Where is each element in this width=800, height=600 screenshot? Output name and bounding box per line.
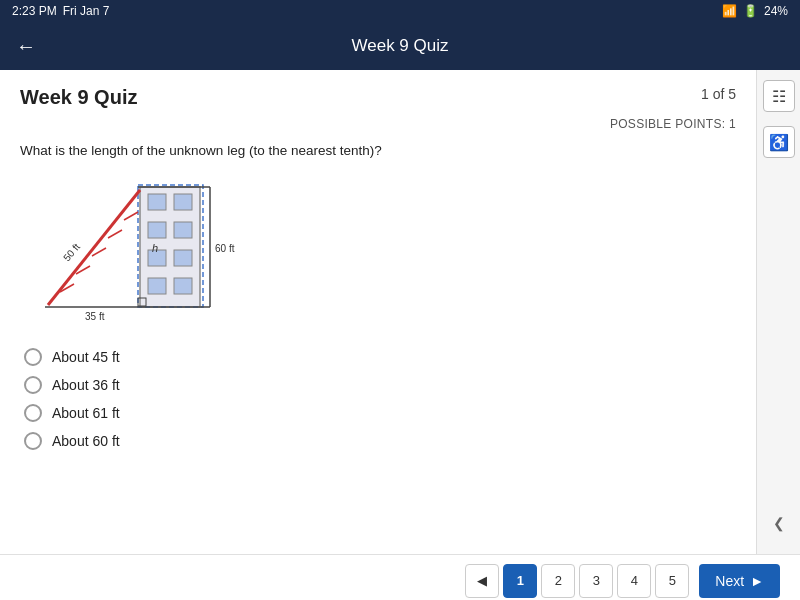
svg-line-17: [108, 230, 122, 238]
answer-choice-b[interactable]: About 36 ft: [24, 376, 736, 394]
pagination-area: ◀ 1 2 3 4 5 Next ►: [0, 554, 800, 600]
choice-label-a: About 45 ft: [52, 349, 120, 365]
quiz-header: Week 9 Quiz 1 of 5: [20, 86, 736, 109]
question-text: What is the length of the unknown leg (t…: [20, 143, 736, 158]
possible-points: POSSIBLE POINTS: 1: [20, 117, 736, 131]
svg-rect-3: [148, 222, 166, 238]
diagram-container: h 50 ft 60 ft 35 ft: [30, 172, 736, 332]
sidebar: ☷ ♿ ❮: [756, 70, 800, 554]
svg-rect-1: [148, 194, 166, 210]
list-icon: ☷: [772, 87, 786, 106]
page-button-3[interactable]: 3: [579, 564, 613, 598]
list-button[interactable]: ☷: [763, 80, 795, 112]
svg-text:35 ft: 35 ft: [85, 311, 105, 322]
radio-d[interactable]: [24, 432, 42, 450]
svg-text:50 ft: 50 ft: [61, 241, 82, 263]
prev-page-button[interactable]: ◀: [465, 564, 499, 598]
wifi-icon: 📶: [722, 4, 737, 18]
accessibility-icon: ♿: [769, 133, 789, 152]
answer-choice-c[interactable]: About 61 ft: [24, 404, 736, 422]
page-button-1[interactable]: 1: [503, 564, 537, 598]
page-indicator: 1 of 5: [701, 86, 736, 102]
next-label: Next: [715, 573, 744, 589]
radio-c[interactable]: [24, 404, 42, 422]
choice-label-b: About 36 ft: [52, 377, 120, 393]
choice-label-c: About 61 ft: [52, 405, 120, 421]
answer-choice-d[interactable]: About 60 ft: [24, 432, 736, 450]
next-button[interactable]: Next ►: [699, 564, 780, 598]
radio-b[interactable]: [24, 376, 42, 394]
svg-rect-7: [148, 278, 166, 294]
svg-rect-2: [174, 194, 192, 210]
chevron-left-icon: ❮: [773, 515, 785, 531]
content-area: Week 9 Quiz 1 of 5 POSSIBLE POINTS: 1 Wh…: [0, 70, 756, 554]
answer-choice-a[interactable]: About 45 ft: [24, 348, 736, 366]
main-container: Week 9 Quiz 1 of 5 POSSIBLE POINTS: 1 Wh…: [0, 70, 800, 554]
svg-rect-6: [174, 250, 192, 266]
page-button-5[interactable]: 5: [655, 564, 689, 598]
status-date: Fri Jan 7: [63, 4, 110, 18]
svg-text:60 ft: 60 ft: [215, 243, 235, 254]
header-title: Week 9 Quiz: [351, 36, 448, 56]
battery-icon: 🔋: [743, 4, 758, 18]
svg-rect-4: [174, 222, 192, 238]
radio-a[interactable]: [24, 348, 42, 366]
svg-line-18: [124, 212, 138, 220]
next-arrow-icon: ►: [750, 573, 764, 589]
svg-text:h: h: [152, 242, 158, 254]
collapse-button[interactable]: ❮: [768, 512, 790, 534]
accessibility-button[interactable]: ♿: [763, 126, 795, 158]
answer-choices: About 45 ft About 36 ft About 61 ft Abou…: [24, 348, 736, 450]
svg-line-13: [48, 190, 140, 305]
svg-rect-8: [174, 278, 192, 294]
diagram-svg: h 50 ft 60 ft 35 ft: [30, 172, 240, 332]
status-time: 2:23 PM: [12, 4, 57, 18]
page-button-2[interactable]: 2: [541, 564, 575, 598]
status-bar: 2:23 PM Fri Jan 7 📶 🔋 24%: [0, 0, 800, 22]
back-button[interactable]: ←: [16, 35, 36, 58]
header: ← Week 9 Quiz: [0, 22, 800, 70]
page-button-4[interactable]: 4: [617, 564, 651, 598]
battery-percent: 24%: [764, 4, 788, 18]
choice-label-d: About 60 ft: [52, 433, 120, 449]
quiz-title: Week 9 Quiz: [20, 86, 137, 109]
